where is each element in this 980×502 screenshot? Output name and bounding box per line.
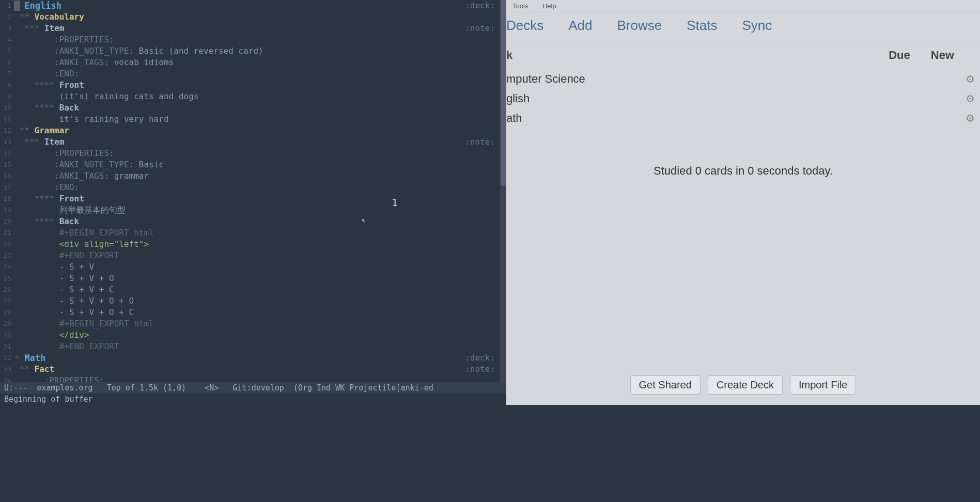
code-line[interactable]: 8 **** Front [0,80,500,91]
nav-decks[interactable]: Decks [506,18,543,34]
nav-add[interactable]: Add [568,18,592,34]
menu-tools[interactable]: Tools [512,2,528,10]
code-content[interactable]: it's raining very hard [14,114,500,125]
code-content[interactable]: :END: [14,68,500,80]
code-line[interactable]: 13 *** Item:note: [0,136,500,148]
code-line[interactable]: 18 **** Front [0,193,500,205]
code-line[interactable]: 22 <div align="left"> [0,239,500,250]
deck-row[interactable]: glish⚙ [506,89,980,108]
nav-browse[interactable]: Browse [617,18,662,34]
code-line[interactable]: 31 #+END_EXPORT [0,341,500,352]
code-content[interactable]: 列举最基本的句型 [14,205,500,216]
code-line[interactable]: 15 :ANKI_NOTE_TYPE: Basic [0,159,500,170]
scrollbar-thumb[interactable] [501,0,506,186]
code-line[interactable]: 23 #+END_EXPORT [0,250,500,261]
code-line[interactable]: 17 :END: [0,182,500,193]
code-line[interactable]: 16 :ANKI_TAGS: grammar [0,170,500,182]
nav-stats[interactable]: Stats [687,18,717,34]
code-content[interactable]: #+END_EXPORT [14,341,500,352]
code-line[interactable]: 10 **** Back [0,102,500,114]
code-content[interactable]: #+BEGIN_EXPORT html [14,227,500,239]
line-number: 16 [0,170,14,182]
code-content[interactable]: *** Item:note: [14,23,500,34]
deck-name[interactable]: glish [506,92,966,105]
create-deck-button[interactable]: Create Deck [708,375,783,395]
code-line[interactable]: 30 </div> [0,330,500,341]
code-line[interactable]: 28 - S + V + O + C [0,307,500,318]
code-content[interactable]: **** Front [14,80,500,91]
study-summary: Studied 0 cards in 0 seconds today. [506,164,980,178]
code-content[interactable]: - S + V + O + O [14,295,500,307]
line-number: 19 [0,205,14,216]
code-content[interactable]: - S + V + O [14,273,500,284]
editor-pane[interactable]: 1* English:deck:2 ** Vocabulary3 *** Ite… [0,0,500,405]
get-shared-button[interactable]: Get Shared [630,375,701,395]
menu-help[interactable]: Help [542,2,556,10]
code-content[interactable]: * Math:deck: [14,352,500,364]
code-content[interactable]: ** Fact:note: [14,364,500,375]
code-line[interactable]: 5 :ANKI_NOTE_TYPE: Basic (and reversed c… [0,45,500,57]
code-content[interactable]: **** Back [14,102,500,114]
code-content[interactable]: - S + V + O + C [14,307,500,318]
code-line[interactable]: 12 ** Grammar [0,125,500,136]
code-content[interactable]: :ANKI_TAGS: grammar [14,170,500,182]
code-line[interactable]: 9 (it's) raining cats and dogs [0,91,500,102]
code-content[interactable]: :END: [14,182,500,193]
code-content[interactable]: #+BEGIN_EXPORT html [14,318,500,330]
code-line[interactable]: 32* Math:deck: [0,352,500,364]
line-number: 14 [0,148,14,159]
code-line[interactable]: 24 - S + V [0,261,500,273]
line-number: 11 [0,114,14,125]
code-line[interactable]: 19 列举最基本的句型 [0,205,500,216]
code-content[interactable]: #+END_EXPORT [14,250,500,261]
line-number: 5 [0,45,14,57]
gear-icon[interactable]: ⚙ [966,92,975,105]
code-content[interactable]: - S + V [14,261,500,273]
import-file-button[interactable]: Import File [790,375,856,395]
gear-icon[interactable]: ⚙ [966,73,975,85]
deck-name[interactable]: ath [506,112,966,125]
line-number: 29 [0,318,14,330]
code-content[interactable]: </div> [14,330,500,341]
code-content[interactable]: * English:deck: [14,0,500,11]
code-content[interactable]: :PROPERTIES: [14,148,500,159]
deck-row[interactable]: mputer Science⚙ [506,69,980,89]
code-content[interactable]: *** Item:note: [14,136,500,148]
code-content[interactable]: (it's) raining cats and dogs [14,91,500,102]
code-content[interactable]: **** Front [14,193,500,205]
line-number: 23 [0,250,14,261]
code-line[interactable]: 29 #+BEGIN_EXPORT html [0,318,500,330]
gear-icon[interactable]: ⚙ [966,112,975,124]
code-line[interactable]: 25 - S + V + O [0,273,500,284]
code-line[interactable]: 26 - S + V + C [0,284,500,295]
code-content[interactable]: ** Vocabulary [14,11,500,23]
editor-scrollbar[interactable] [500,0,506,382]
code-line[interactable]: 33 ** Fact:note: [0,364,500,375]
code-line[interactable]: 4 :PROPERTIES: [0,34,500,45]
code-content[interactable]: ** Grammar [14,125,500,136]
code-content[interactable]: :PROPERTIES: [14,34,500,45]
line-number: 7 [0,68,14,80]
code-line[interactable]: 6 :ANKI_TAGS: vocab idioms [0,57,500,68]
code-content[interactable]: - S + V + C [14,284,500,295]
code-content[interactable]: :ANKI_TAGS: vocab idioms [14,57,500,68]
code-content[interactable]: <div align="left"> [14,239,500,250]
code-line[interactable]: 1* English:deck: [0,0,500,11]
deck-row[interactable]: ath⚙ [506,108,980,128]
code-line[interactable]: 2 ** Vocabulary [0,11,500,23]
code-content[interactable]: :ANKI_NOTE_TYPE: Basic [14,159,500,170]
code-line[interactable]: 14 :PROPERTIES: [0,148,500,159]
code-line[interactable]: 27 - S + V + O + O [0,295,500,307]
code-line[interactable]: 7 :END: [0,68,500,80]
code-line[interactable]: 20 **** Back [0,216,500,227]
echo-area: Beginning of buffer [0,394,506,405]
line-number: 26 [0,284,14,295]
code-content[interactable]: :ANKI_NOTE_TYPE: Basic (and reversed car… [14,45,500,57]
nav-sync[interactable]: Sync [742,18,772,34]
code-line[interactable]: 11 it's raining very hard [0,114,500,125]
code-content[interactable]: **** Back [14,216,500,227]
line-number: 28 [0,307,14,318]
code-line[interactable]: 21 #+BEGIN_EXPORT html [0,227,500,239]
deck-name[interactable]: mputer Science [506,72,966,86]
code-line[interactable]: 3 *** Item:note: [0,23,500,34]
